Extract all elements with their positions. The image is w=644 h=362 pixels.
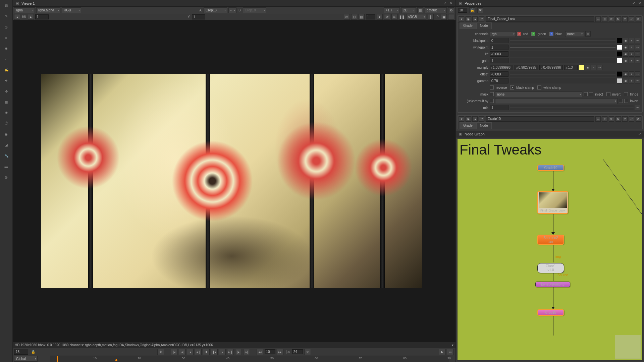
- layer-b-dropdown[interactable]: rgba.alpha: [36, 7, 60, 13]
- lock-icon[interactable]: 🔒: [31, 350, 36, 354]
- clip-icon[interactable]: ⊡: [351, 14, 357, 20]
- eye-tool-icon[interactable]: ◉: [2, 129, 11, 139]
- unpremult-dropdown[interactable]: [495, 98, 618, 104]
- time-tool-icon[interactable]: ◷: [2, 22, 11, 32]
- spark-tool-icon[interactable]: ✺: [2, 108, 11, 117]
- record-icon[interactable]: ▶: [439, 349, 445, 355]
- fps-input[interactable]: [292, 349, 303, 354]
- collapse-icon[interactable]: ▾: [459, 16, 464, 22]
- stop-icon[interactable]: ■: [203, 349, 210, 355]
- nodegraph-minimap[interactable]: [615, 335, 641, 359]
- frame-back-icon[interactable]: ◂❙: [195, 349, 202, 355]
- play-icon[interactable]: ▸: [219, 349, 226, 355]
- anim-icon[interactable]: 〜: [635, 38, 640, 43]
- copy-icon[interactable]: ⎘: [602, 16, 607, 22]
- undo-icon[interactable]: ↶: [479, 16, 484, 22]
- brush-tool-icon[interactable]: ✎: [2, 11, 11, 21]
- gamma-slider[interactable]: [510, 78, 615, 83]
- sphere-tool-icon[interactable]: ◉: [2, 44, 11, 53]
- loop-mode-icon[interactable]: ↻: [304, 349, 311, 355]
- list-tool-icon[interactable]: ≡: [2, 33, 11, 42]
- note-icon[interactable]: ▭: [595, 16, 601, 22]
- blackpoint-slider[interactable]: [510, 38, 615, 43]
- reverse-checkbox[interactable]: [490, 85, 494, 89]
- viewmode-dropdown[interactable]: 2D: [401, 7, 416, 13]
- node-name-input[interactable]: [486, 16, 594, 22]
- inject-checkbox[interactable]: [589, 92, 593, 96]
- pen-tool-icon[interactable]: ✍: [2, 65, 11, 74]
- help-icon[interactable]: ?: [622, 16, 628, 22]
- monitor-icon[interactable]: ▭: [447, 349, 453, 355]
- node-lensdistortion3[interactable]: LensDistortion3: [535, 282, 570, 287]
- viewer-tab-icon[interactable]: ▣: [15, 1, 19, 6]
- step-fwd-icon[interactable]: ▸❙: [227, 349, 234, 355]
- refresh-icon[interactable]: ⟳: [384, 14, 390, 20]
- format-icon[interactable]: ▤: [359, 14, 365, 20]
- mask-dropdown[interactable]: none: [495, 92, 582, 97]
- capture-icon[interactable]: ▣: [441, 14, 447, 20]
- timeline-ruler[interactable]: ◆ 102030405060708090: [50, 356, 449, 362]
- arrow-down-icon[interactable]: ▾: [377, 14, 383, 20]
- props-float-icon[interactable]: ⤢: [631, 1, 636, 6]
- info-expand-icon[interactable]: ▾: [452, 343, 453, 347]
- wipe-dropdown[interactable]: -: [228, 7, 236, 13]
- prev-icon[interactable]: ◂: [14, 14, 20, 20]
- input-b-dropdown[interactable]: Crop18: [243, 7, 266, 13]
- lift-input[interactable]: -0.003: [490, 51, 508, 57]
- node-glare1[interactable]: Glare1v1.0: [537, 263, 564, 273]
- float-icon[interactable]: ⤢: [443, 1, 447, 6]
- roi-icon[interactable]: ▭: [344, 14, 350, 20]
- loop-icon[interactable]: ∞: [391, 14, 397, 20]
- multiply-g-input[interactable]: g0.98279995: [515, 65, 538, 70]
- tag-tool-icon[interactable]: ◢: [2, 140, 11, 149]
- circle-tool-icon[interactable]: ○: [2, 54, 11, 64]
- close-panel-icon[interactable]: ✕: [636, 16, 641, 22]
- globe-tool-icon[interactable]: ◎: [2, 172, 11, 182]
- gamma-input[interactable]: 0.78: [490, 78, 508, 83]
- cube-tool-icon[interactable]: ▦: [2, 97, 11, 107]
- invert2-checkbox[interactable]: [624, 99, 628, 103]
- prev-key-icon[interactable]: ◂|: [179, 349, 185, 355]
- goto-start-icon[interactable]: |◂: [171, 349, 177, 355]
- layer-a-dropdown[interactable]: rgba: [14, 7, 35, 13]
- offset-input[interactable]: -0.003: [490, 71, 508, 77]
- next-key-icon[interactable]: |▸: [235, 349, 242, 355]
- node-sharpen2[interactable]: Sharpen2(all): [537, 235, 564, 245]
- clear-all-icon[interactable]: ✖: [477, 7, 483, 13]
- fringe-checkbox[interactable]: [624, 92, 628, 96]
- props-close-icon[interactable]: ✕: [637, 1, 642, 6]
- node-name-input[interactable]: [486, 116, 594, 122]
- playhead[interactable]: [57, 356, 58, 362]
- properties-tab-icon[interactable]: ▣: [458, 1, 463, 6]
- layers-tool-icon[interactable]: ❖: [2, 76, 11, 85]
- snowflake-icon[interactable]: ❄: [157, 349, 164, 355]
- wrench-tool-icon[interactable]: 🔧: [2, 151, 11, 160]
- pause-icon[interactable]: ❚❚: [399, 14, 405, 20]
- mask-ch-checkbox[interactable]: [584, 92, 588, 96]
- nodegraph-float-icon[interactable]: ⤢: [637, 132, 642, 136]
- revert-icon[interactable]: ↺: [609, 16, 614, 22]
- tab-grade[interactable]: Grade: [460, 122, 476, 129]
- select-tool-icon[interactable]: ⊡: [2, 1, 11, 10]
- whitepoint-input[interactable]: 1: [490, 45, 508, 50]
- redo-icon[interactable]: ↻: [615, 16, 621, 22]
- channels-dropdown[interactable]: rgb: [490, 31, 516, 37]
- jump-input[interactable]: [265, 349, 275, 354]
- whitepoint-color[interactable]: [617, 45, 622, 50]
- y-input[interactable]: [192, 14, 205, 19]
- blackpoint-color[interactable]: [617, 38, 622, 43]
- multiply-a-input[interactable]: a1.3: [564, 65, 578, 70]
- center-node-icon[interactable]: ◉: [466, 16, 471, 22]
- collapse-icon[interactable]: ▾: [459, 116, 464, 122]
- settings-icon[interactable]: ⚙: [448, 7, 454, 13]
- nodegraph-tab-icon[interactable]: ▣: [458, 132, 463, 136]
- letter-d-icon[interactable]: Ⓓ: [2, 119, 11, 128]
- node-final-grade-look[interactable]: Final_Grade_Look: [537, 191, 568, 214]
- viewer-canvas[interactable]: 1920,1080 HD: [13, 20, 455, 342]
- invert-checkbox[interactable]: [606, 92, 610, 96]
- tab-node[interactable]: Node: [476, 22, 492, 29]
- current-frame-input[interactable]: [14, 349, 28, 355]
- unpremult-checkbox[interactable]: [490, 99, 494, 103]
- split-icon[interactable]: 4: [629, 38, 634, 43]
- close-icon[interactable]: ✕: [449, 1, 453, 6]
